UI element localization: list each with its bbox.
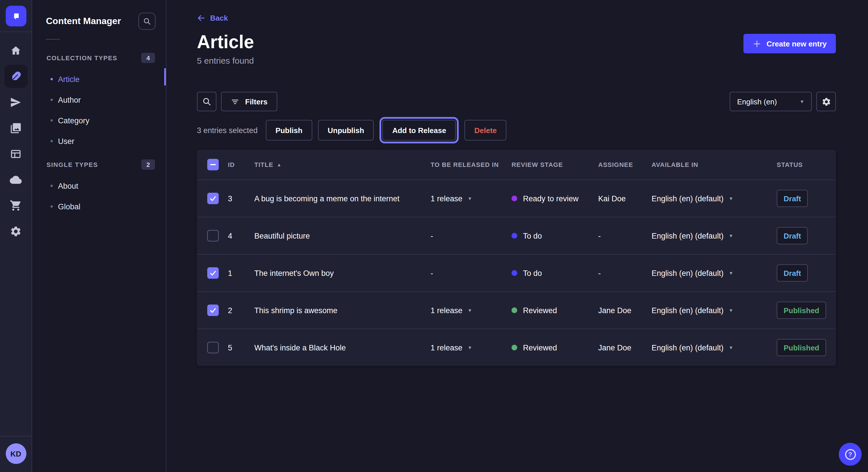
back-arrow-icon bbox=[197, 14, 206, 22]
cell-release-dropdown[interactable]: - ▼ bbox=[431, 231, 512, 240]
nav-media-library[interactable] bbox=[4, 116, 27, 139]
add-to-release-button[interactable]: Add to Release bbox=[383, 120, 456, 140]
table-body: 3 A bug is becoming a meme on the intern… bbox=[197, 179, 836, 366]
subnav-item-author[interactable]: Author bbox=[32, 90, 166, 110]
col-review-stage[interactable]: REVIEW STAGE bbox=[512, 161, 598, 168]
locale-caret-icon: ▼ bbox=[729, 308, 733, 313]
table-row[interactable]: 4 Beautiful picture - ▼ To do - English … bbox=[197, 217, 836, 254]
nav-content-manager[interactable] bbox=[4, 65, 27, 88]
table-row[interactable]: 5 What's inside a Black Hole 1 release ▼… bbox=[197, 329, 836, 366]
search-icon bbox=[143, 17, 151, 25]
strapi-logo-icon bbox=[10, 10, 22, 22]
col-assignee[interactable]: ASSIGNEE bbox=[598, 161, 652, 168]
col-available-in[interactable]: AVAILABLE IN bbox=[652, 161, 777, 168]
nav-cloud[interactable] bbox=[4, 168, 27, 191]
bullet-icon bbox=[51, 205, 53, 208]
select-all-checkbox[interactable] bbox=[207, 159, 219, 170]
cell-title: The internet's Own boy bbox=[254, 269, 431, 277]
cell-release-dropdown[interactable]: 1 release ▼ bbox=[431, 306, 512, 314]
subnav-item-category[interactable]: Category bbox=[32, 110, 166, 131]
cart-icon bbox=[10, 199, 22, 211]
locale-caret-icon: ▼ bbox=[729, 196, 733, 201]
selection-bar: 3 entries selected Publish Unpublish Add… bbox=[197, 120, 836, 140]
search-icon bbox=[202, 97, 211, 106]
title-row: Article Create new entry bbox=[197, 32, 836, 52]
cell-title: This shrimp is awesome bbox=[254, 306, 431, 314]
cell-available-in-dropdown[interactable]: English (en) (default) ▼ bbox=[652, 306, 777, 314]
logo-box bbox=[0, 0, 32, 32]
col-title[interactable]: TITLE ▲ bbox=[254, 161, 431, 168]
search-button[interactable] bbox=[197, 92, 216, 111]
cell-available-in-dropdown[interactable]: English (en) (default) ▼ bbox=[652, 231, 777, 240]
cell-release-dropdown[interactable]: - ▼ bbox=[431, 269, 512, 277]
row-checkbox[interactable] bbox=[207, 305, 219, 316]
subnav-divider bbox=[46, 39, 60, 40]
review-stage-dot bbox=[512, 233, 517, 239]
cell-available-in-dropdown[interactable]: English (en) (default) ▼ bbox=[652, 194, 777, 203]
nav-settings[interactable] bbox=[4, 220, 27, 243]
publish-button[interactable]: Publish bbox=[266, 120, 312, 140]
nav-content-type-builder[interactable] bbox=[4, 142, 27, 165]
cell-release-dropdown[interactable]: 1 release ▼ bbox=[431, 194, 512, 203]
row-checkbox[interactable] bbox=[207, 230, 219, 241]
section-count-badge: 2 bbox=[141, 160, 155, 170]
cell-available-in-dropdown[interactable]: English (en) (default) ▼ bbox=[652, 343, 777, 352]
release-caret-icon: ▼ bbox=[468, 345, 472, 350]
row-checkbox[interactable] bbox=[207, 267, 219, 279]
row-checkbox[interactable] bbox=[207, 342, 219, 353]
check-icon bbox=[209, 269, 217, 277]
subnav-item-global[interactable]: Global bbox=[32, 196, 166, 217]
table-row[interactable]: 1 The internet's Own boy - ▼ To do - Eng… bbox=[197, 254, 836, 291]
col-id[interactable]: ID bbox=[228, 161, 254, 168]
delete-button[interactable]: Delete bbox=[464, 120, 506, 140]
status-badge: Draft bbox=[777, 264, 808, 281]
help-button[interactable]: ? bbox=[839, 443, 862, 466]
cell-title: What's inside a Black Hole bbox=[254, 343, 431, 352]
cell-release-dropdown[interactable]: 1 release ▼ bbox=[431, 343, 512, 352]
unpublish-button[interactable]: Unpublish bbox=[318, 120, 374, 140]
nav-marketplace[interactable] bbox=[4, 194, 27, 217]
cell-review-stage: Reviewed bbox=[512, 306, 598, 314]
main-content: Back Article Create new entry 5 entries … bbox=[166, 0, 868, 472]
section-label: SINGLE TYPES bbox=[46, 161, 98, 168]
subnav-search-button[interactable] bbox=[138, 12, 156, 30]
subnav-item-user[interactable]: User bbox=[32, 131, 166, 151]
subnav-item-label: Category bbox=[58, 116, 90, 125]
app-root: KD Content Manager COLLECTION TYPES 4 Ar… bbox=[0, 0, 868, 472]
col-to-be-released-in[interactable]: TO BE RELEASED IN bbox=[431, 161, 512, 168]
filters-button[interactable]: Filters bbox=[221, 92, 277, 111]
cell-review-stage: Ready to review bbox=[512, 194, 598, 203]
subnav-item-article[interactable]: Article bbox=[32, 69, 166, 90]
bullet-icon bbox=[51, 99, 53, 101]
section-single-types: SINGLE TYPES 2 About Global bbox=[32, 160, 166, 217]
view-settings-button[interactable] bbox=[816, 92, 836, 111]
selection-count: 3 entries selected bbox=[197, 126, 258, 134]
back-link[interactable]: Back bbox=[197, 14, 228, 22]
filter-icon bbox=[231, 97, 239, 106]
create-entry-button[interactable]: Create new entry bbox=[743, 34, 836, 53]
rail-bottom: KD bbox=[0, 436, 32, 472]
nav-home[interactable] bbox=[4, 39, 27, 62]
plus-icon bbox=[753, 39, 761, 48]
main-nav-rail: KD bbox=[0, 0, 32, 472]
nav-releases[interactable] bbox=[4, 91, 27, 113]
user-avatar[interactable]: KD bbox=[5, 443, 26, 464]
table-row[interactable]: 3 A bug is becoming a meme on the intern… bbox=[197, 179, 836, 217]
col-status[interactable]: STATUS bbox=[777, 161, 836, 168]
bullet-icon bbox=[51, 140, 53, 142]
chevron-down-icon: ▼ bbox=[800, 99, 804, 104]
filters-label: Filters bbox=[245, 97, 268, 106]
subnav-item-about[interactable]: About bbox=[32, 175, 166, 196]
review-stage-dot bbox=[512, 196, 517, 201]
cell-id: 4 bbox=[228, 231, 254, 240]
cell-available-in-dropdown[interactable]: English (en) (default) ▼ bbox=[652, 269, 777, 277]
strapi-logo[interactable] bbox=[5, 5, 26, 26]
locale-select[interactable]: English (en) ▼ bbox=[730, 92, 812, 111]
cell-assignee: - bbox=[598, 269, 652, 277]
status-badge: Draft bbox=[777, 227, 808, 244]
section-label: COLLECTION TYPES bbox=[46, 55, 117, 61]
section-collection-types: COLLECTION TYPES 4 Article Author Catego… bbox=[32, 53, 166, 151]
release-caret-icon: ▼ bbox=[468, 196, 472, 201]
table-row[interactable]: 2 This shrimp is awesome 1 release ▼ Rev… bbox=[197, 291, 836, 329]
row-checkbox[interactable] bbox=[207, 193, 219, 204]
